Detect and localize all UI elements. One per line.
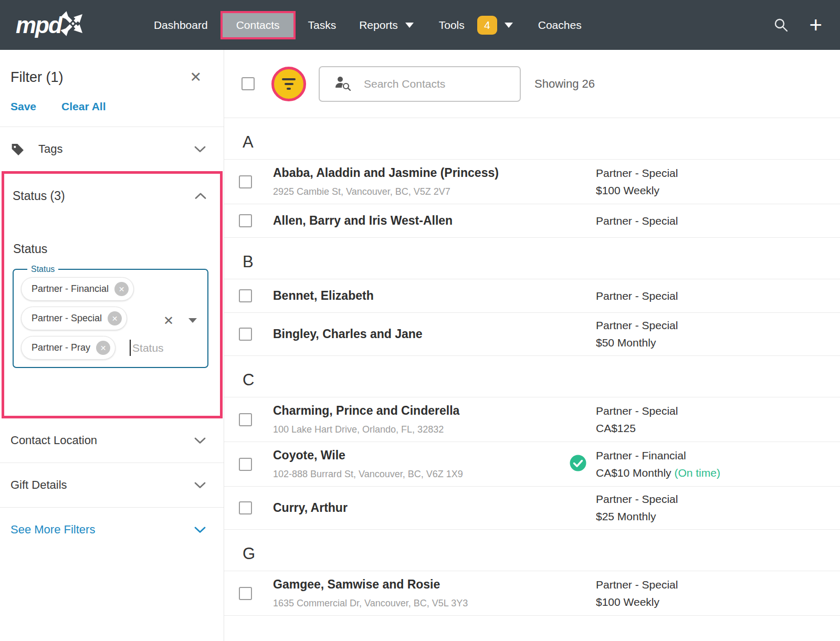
select-all-checkbox[interactable] — [242, 77, 255, 90]
main-nav: Dashboard Contacts Tasks Reports Tools 4… — [154, 11, 605, 39]
row-checkbox[interactable] — [239, 413, 252, 426]
contact-status: Partner - Financial — [596, 449, 840, 462]
chevron-down-icon — [194, 146, 206, 153]
contact-pledge: $100 Weekly — [596, 596, 840, 608]
top-navigation-bar: mpd Dashboard Contacts Tasks Reports Too… — [0, 0, 840, 50]
mpdx-logo-text: mpd — [16, 14, 61, 37]
status-filter-annotation-box: Status (3) Status Status Partner - Finan… — [2, 171, 223, 418]
contact-name[interactable]: Allen, Barry and Iris West-Allen — [273, 214, 570, 228]
nav-item-reports[interactable]: Reports — [359, 19, 414, 31]
pledge-on-time-note: (On time) — [674, 467, 720, 479]
contact-row[interactable]: Charming, Prince and Cinderella 100 Lake… — [224, 397, 840, 442]
contact-status: Partner - Special — [596, 493, 840, 506]
search-contacts-input[interactable] — [363, 77, 505, 91]
contact-pledge: CA$10 Monthly (On time) — [596, 467, 840, 479]
contact-pledge: CA$125 — [596, 422, 840, 435]
contact-row[interactable]: Curry, Arthur Partner - Special $25 Mont… — [224, 487, 840, 530]
contact-name[interactable]: Coyote, Wile — [273, 448, 570, 463]
mpdx-logo[interactable]: mpd — [16, 13, 87, 37]
chevron-up-icon — [195, 193, 206, 199]
filter-section-tags[interactable]: Tags — [0, 127, 224, 171]
filter-section-status[interactable]: Status (3) — [4, 174, 220, 218]
filter-panel-title: Filter (1) — [10, 69, 64, 86]
chip-delete-icon[interactable]: ✕ — [96, 341, 110, 355]
nav-item-contacts[interactable]: Contacts — [220, 11, 296, 39]
contact-status: Partner - Special — [596, 579, 840, 591]
row-checkbox[interactable] — [239, 458, 252, 471]
status-multiselect-field[interactable]: Status Partner - Financial ✕ Partner - S… — [13, 265, 208, 368]
filter-sidebar: Filter (1) ✕ Save Clear All Tags Status … — [0, 50, 224, 641]
status-field-legend: Status — [27, 265, 58, 274]
contact-address: 1635 Commercial Dr, Vancouver, BC, V5L 3… — [273, 598, 570, 609]
filter-toggle-button[interactable] — [271, 67, 306, 101]
contact-pledge: $50 Monthly — [596, 337, 840, 349]
status-input-placeholder[interactable]: Status — [132, 342, 164, 354]
contacts-main-panel: Showing 26 A Ababa, Aladdin and Jasmine … — [224, 50, 840, 641]
text-cursor — [130, 340, 131, 356]
contact-location-label: Contact Location — [10, 434, 97, 447]
contact-pledge: $100 Weekly — [596, 184, 840, 197]
chip-delete-icon[interactable]: ✕ — [108, 311, 122, 325]
contact-row[interactable]: Ababa, Aladdin and Jasmine (Princess) 29… — [224, 160, 840, 204]
search-contacts-box[interactable] — [319, 66, 521, 102]
status-chip-partner-financial[interactable]: Partner - Financial ✕ — [21, 277, 134, 301]
row-checkbox[interactable] — [239, 175, 252, 188]
contact-name[interactable]: Bennet, Elizabeth — [273, 289, 570, 303]
on-time-check-icon — [570, 455, 586, 474]
nav-item-tools[interactable]: Tools 4 — [439, 16, 513, 35]
status-section-label: Status (3) — [13, 189, 65, 203]
contact-pledge: $25 Monthly — [596, 510, 840, 523]
mpdx-logo-x-arrows-icon — [59, 10, 87, 37]
dropdown-caret-icon[interactable] — [188, 318, 197, 323]
chevron-down-icon — [194, 437, 206, 444]
contact-status: Partner - Special — [596, 215, 840, 227]
nav-item-tasks[interactable]: Tasks — [308, 19, 337, 31]
contact-row[interactable]: Allen, Barry and Iris West-Allen Partner… — [224, 204, 840, 238]
contact-row[interactable]: Bingley, Charles and Jane Partner - Spec… — [224, 313, 840, 356]
save-filter-button[interactable]: Save — [10, 100, 36, 113]
search-icon[interactable] — [773, 17, 789, 33]
clear-all-button[interactable]: Clear All — [61, 100, 106, 113]
contact-status: Partner - Special — [596, 167, 840, 180]
group-letter: C — [224, 356, 840, 397]
contact-status: Partner - Special — [596, 319, 840, 332]
group-letter: A — [224, 118, 840, 160]
reports-caret-icon — [405, 23, 414, 28]
group-letter: G — [224, 530, 840, 571]
contact-name[interactable]: Curry, Arthur — [273, 501, 570, 515]
contact-name[interactable]: Ababa, Aladdin and Jasmine (Princess) — [273, 166, 570, 180]
contact-status: Partner - Special — [596, 405, 840, 417]
row-checkbox[interactable] — [239, 501, 252, 514]
filter-section-contact-location[interactable]: Contact Location — [0, 418, 224, 463]
contact-row[interactable]: Bennet, Elizabeth Partner - Special — [224, 279, 840, 313]
tools-count-badge: 4 — [477, 16, 497, 35]
chip-delete-icon[interactable]: ✕ — [114, 282, 129, 296]
row-checkbox[interactable] — [239, 328, 252, 341]
row-checkbox[interactable] — [239, 587, 252, 600]
contact-row[interactable]: Gamgee, Samwise and Rosie 1635 Commercia… — [224, 571, 840, 616]
contact-address: 100 Lake Hart Drive, Orlando, FL, 32832 — [273, 424, 570, 435]
chevron-down-icon — [194, 527, 206, 533]
filter-section-gift-details[interactable]: Gift Details — [0, 463, 224, 507]
contact-name[interactable]: Bingley, Charles and Jane — [273, 327, 570, 341]
contact-row[interactable]: Coyote, Wile 102-888 Burrard St, Vancouv… — [224, 442, 840, 487]
gift-details-label: Gift Details — [10, 478, 67, 492]
status-chip-partner-special[interactable]: Partner - Special ✕ — [21, 307, 127, 330]
clear-selection-icon[interactable]: ✕ — [163, 314, 174, 327]
row-checkbox[interactable] — [239, 289, 252, 302]
tag-icon — [10, 142, 25, 156]
add-icon[interactable]: + — [809, 14, 822, 36]
row-checkbox[interactable] — [239, 214, 252, 227]
see-more-filters-button[interactable]: See More Filters — [0, 508, 224, 552]
close-icon[interactable]: ✕ — [190, 69, 202, 86]
status-chip-partner-pray[interactable]: Partner - Pray ✕ — [21, 336, 116, 360]
person-search-icon — [334, 75, 351, 93]
showing-count: Showing 26 — [534, 77, 595, 91]
chevron-down-icon — [194, 482, 206, 489]
nav-item-coaches[interactable]: Coaches — [538, 19, 582, 31]
contact-name[interactable]: Gamgee, Samwise and Rosie — [273, 577, 570, 592]
tools-caret-icon — [505, 23, 513, 28]
contact-address: 2925 Cambie St, Vancouver, BC, V5Z 2V7 — [273, 186, 570, 197]
nav-item-dashboard[interactable]: Dashboard — [154, 19, 208, 31]
contact-name[interactable]: Charming, Prince and Cinderella — [273, 404, 570, 418]
